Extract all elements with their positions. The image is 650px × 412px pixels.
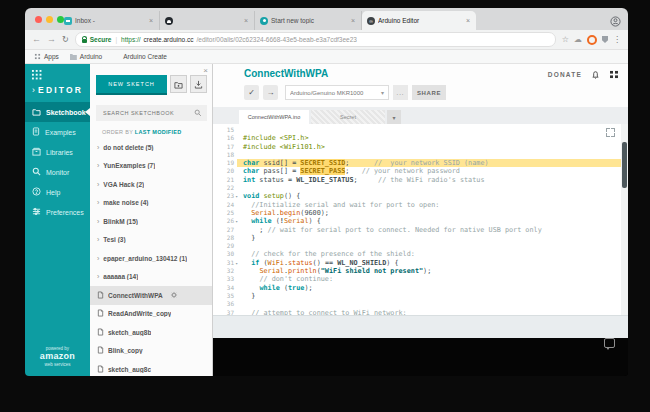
sketch-folder-blinkm-15[interactable]: ›BlinkM (15): [90, 212, 212, 231]
sidebar-item-monitor[interactable]: Monitor: [25, 162, 90, 182]
tab-close-icon[interactable]: ×: [243, 17, 249, 24]
sidebar-item-examples[interactable]: Examples: [25, 122, 90, 142]
tab-close-icon[interactable]: ×: [465, 17, 471, 24]
extension-shield-icon[interactable]: [602, 36, 608, 43]
minimize-window-button[interactable]: [46, 16, 53, 23]
order-by-value[interactable]: LAST MODIFIED: [135, 129, 182, 135]
chevron-right-icon: ›: [97, 199, 99, 206]
chat-bubble-icon[interactable]: [604, 338, 615, 348]
bookmark-star-icon[interactable]: ☆: [562, 35, 569, 44]
file-tab-connectwithwpa-ino[interactable]: ConnectWithWPA.ino: [239, 110, 309, 124]
libraries-icon: [32, 147, 41, 157]
sidebar-item-label: Examples: [45, 129, 76, 136]
logo-chevron-icon: ›: [32, 85, 37, 95]
community-apps-icon[interactable]: [609, 70, 619, 79]
sketch-folder-yunexamples-7[interactable]: ›YunExamples (7): [90, 157, 212, 176]
browser-tab-start-new-topic[interactable]: Start new topic×: [255, 11, 362, 30]
sketch-item-sketch-aug8b[interactable]: sketch_aug8b: [90, 323, 212, 342]
browser-menu-icon[interactable]: ⋮: [613, 35, 621, 44]
new-folder-button[interactable]: [170, 75, 187, 93]
sketch-item-readandwrite-copy[interactable]: ReadAndWrite_copy: [90, 305, 212, 324]
code-token: //Initialize serial and wait for port to…: [251, 201, 439, 209]
notifications-bell-icon[interactable]: [591, 69, 600, 79]
bookmark-apps[interactable]: Apps: [34, 53, 59, 60]
sketch-folder-vga-hack-2[interactable]: ›VGA Hack (2): [90, 175, 212, 194]
reload-icon[interactable]: ↻: [62, 36, 69, 44]
browser-tab-arduino-editor[interactable]: Arduino Editor×: [362, 11, 476, 30]
code-token: pass[]: [259, 167, 292, 175]
scrollbar-thumb[interactable]: [622, 142, 627, 188]
panel-close-icon[interactable]: ×: [203, 66, 208, 75]
upload-button[interactable]: →: [263, 85, 278, 100]
code-token: #include: [243, 143, 280, 151]
share-button[interactable]: SHARE: [412, 85, 446, 100]
code-token: // wait for serial port to connect. Need…: [268, 226, 542, 234]
fullscreen-icon[interactable]: [606, 128, 615, 137]
bookmark-arduino[interactable]: Arduino: [70, 53, 102, 60]
code-line: char pass[] = SECRET_PASS; // your netwo…: [237, 167, 628, 175]
help-icon: [32, 187, 41, 197]
sketch-title: ConnectWithWPA: [244, 68, 328, 79]
line-number: 21: [213, 176, 237, 184]
address-bar[interactable]: Secure | https://create.arduino.cc/edito…: [75, 32, 556, 47]
sketch-item-sketch-aug8c[interactable]: sketch_aug8c: [90, 360, 212, 376]
sidebar-item-preferences[interactable]: Preferences: [25, 202, 90, 222]
code-line: char ssid[] = SECRET_SSID; // your netwo…: [237, 159, 628, 167]
chevron-right-icon: ›: [97, 181, 99, 188]
board-selector[interactable]: Arduino/Genuino MKR1000 ▾: [285, 85, 389, 100]
sidebar-item-help[interactable]: Help: [25, 182, 90, 202]
search-input[interactable]: [101, 109, 191, 117]
sidebar-item-sketchbook[interactable]: Sketchbook: [25, 102, 90, 122]
verify-button[interactable]: ✓: [244, 85, 259, 100]
sketch-label: ReadAndWrite_copy: [108, 310, 171, 317]
tab-close-icon[interactable]: ×: [148, 17, 154, 24]
code-token: ;: [354, 176, 379, 184]
back-icon[interactable]: ←: [32, 35, 41, 44]
gear-icon[interactable]: [170, 291, 178, 300]
apps-grid-icon[interactable]: [31, 69, 42, 80]
line-number: 27: [213, 226, 237, 234]
import-sketch-button[interactable]: [190, 75, 207, 93]
code-token: <SPI.h>: [280, 134, 309, 142]
sketch-list: ›do not delete (5)›YunExamples (7)›VGA H…: [90, 138, 212, 376]
sketch-item-connectwithwpa[interactable]: ConnectWithWPA: [90, 286, 212, 305]
code-token: // check for the presence of the shield:: [251, 250, 415, 258]
browser-tab-github[interactable]: ×: [160, 11, 255, 30]
line-number: 19: [213, 159, 237, 167]
sketch-folder-aaaaaa-14[interactable]: ›aaaaaa (14): [90, 268, 212, 287]
sketch-folder-tesi-3[interactable]: ›Tesi (3): [90, 231, 212, 250]
sketch-label: aaaaaa (14): [103, 273, 138, 280]
desktop: Inbox -××Start new topic×Arduino Editor×…: [0, 0, 650, 412]
chevron-right-icon: ›: [97, 236, 99, 243]
code-editor[interactable]: 151617181920212223▾242526▾2728293031▾323…: [213, 124, 628, 315]
file-tab-dropdown-icon[interactable]: ▾: [387, 110, 401, 124]
extension-cloud-icon[interactable]: ☁: [574, 35, 582, 44]
sketch-folder-do-not-delete-5[interactable]: ›do not delete (5): [90, 138, 212, 157]
extension-orange-icon[interactable]: [587, 35, 597, 45]
code-token: #include: [243, 134, 280, 142]
code-token: );: [304, 284, 312, 292]
forward-icon[interactable]: →: [47, 35, 56, 44]
profile-icon[interactable]: [610, 13, 621, 31]
new-sketch-button[interactable]: NEW SKETCH: [96, 75, 167, 95]
line-number: 28: [213, 234, 237, 242]
donate-link[interactable]: DONATE: [548, 71, 582, 78]
bookmark-arduino-create[interactable]: Arduino Create: [113, 53, 167, 60]
close-window-button[interactable]: [35, 16, 42, 23]
sidebar-item-libraries[interactable]: Libraries: [25, 142, 90, 162]
editor-logo: ›EDITOR: [32, 85, 83, 95]
sketch-item-blink-copy[interactable]: Blink_copy: [90, 342, 212, 361]
sketch-folder-epaper-arduino-130412-1[interactable]: ›epaper_arduino_130412 (1): [90, 249, 212, 268]
chevron-right-icon: ›: [97, 255, 99, 262]
tab-close-icon[interactable]: ×: [350, 17, 356, 24]
browser-tab-inbox[interactable]: Inbox -×: [59, 11, 160, 30]
chevron-down-icon: ▾: [381, 89, 384, 96]
sketch-folder-make-noise-4[interactable]: ›make noise (4): [90, 194, 212, 213]
code-token: status: [255, 176, 288, 184]
more-options-button[interactable]: ...: [393, 85, 408, 100]
code-token: ;: [345, 159, 374, 167]
code-line: #include <SPI.h>: [237, 134, 628, 142]
file-tab-secret[interactable]: Secret: [311, 110, 385, 124]
chevron-right-icon: ›: [97, 218, 99, 225]
code-token: WL_NO_SHIELD: [337, 259, 386, 267]
